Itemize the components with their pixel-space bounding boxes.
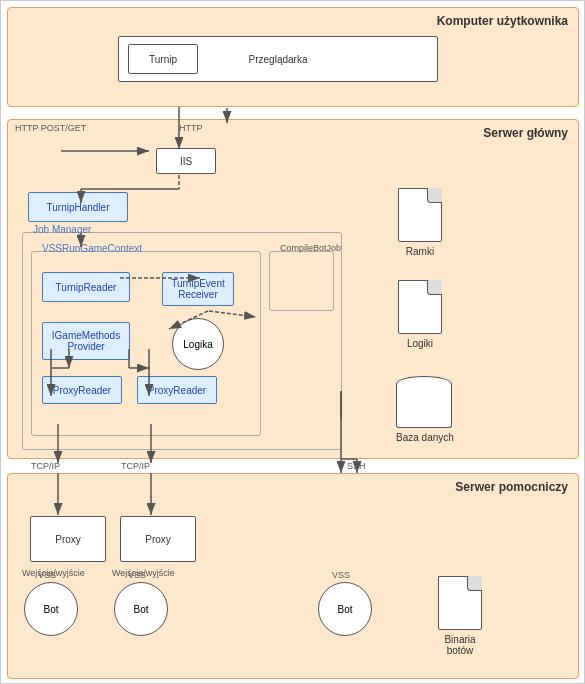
helper-server-label: Serwer pomocniczy xyxy=(455,480,568,494)
job-manager-label: Job Manager xyxy=(31,224,93,235)
diagram: Komputer użytkownika Przeglądarka Turnip… xyxy=(0,0,585,684)
turnip-handler-box: TurnipHandler xyxy=(28,192,128,222)
ramki-doc: Ramki xyxy=(398,188,442,257)
binaria-botow-label: Binaria botów xyxy=(444,634,475,656)
vss-run-game-context-label: VSSRunGameContext xyxy=(40,243,144,254)
logiki-doc-icon xyxy=(398,280,442,334)
logika-circle: Logika xyxy=(172,318,224,370)
http-label: HTTP xyxy=(179,123,203,133)
helper-server-section: Serwer pomocniczy Proxy Proxy Wejście/wy… xyxy=(7,473,579,679)
bot3-circle: Bot xyxy=(318,582,372,636)
logiki-doc: Logiki xyxy=(398,280,442,349)
igame-methods-provider-box: IGameMethods Provider xyxy=(42,322,130,360)
vss2-label: VSS xyxy=(128,570,146,580)
main-server-label: Serwer główny xyxy=(483,126,568,140)
proxy-reader2-box: ProxyReader xyxy=(137,376,217,404)
bot2-circle: Bot xyxy=(114,582,168,636)
compile-bot-job-container: CompileBotJob xyxy=(269,251,334,311)
job-manager-container: Job Manager VSSRunGameContext TurnipRead… xyxy=(22,232,342,450)
vss-run-game-context-container: VSSRunGameContext TurnipReader TurnipEve… xyxy=(31,251,261,436)
logiki-label: Logiki xyxy=(407,338,433,349)
baza-danych-label: Baza danych xyxy=(396,432,454,443)
baza-danych-wrap: Baza danych xyxy=(396,376,454,443)
compile-bot-job-label: CompileBotJob xyxy=(278,243,343,253)
vss1-label: VSS xyxy=(38,570,56,580)
vss-bot1-container: VSS Bot xyxy=(24,582,78,636)
turnip-box: Turnip xyxy=(128,44,198,74)
proxy1-box: Proxy xyxy=(30,516,106,562)
turnip-reader-box: TurnipReader xyxy=(42,272,130,302)
baza-danych-cylinder xyxy=(396,376,452,428)
main-server-section: Serwer główny IIS TurnipHandler Job Mana… xyxy=(7,119,579,459)
user-computer-section: Komputer użytkownika Przeglądarka Turnip xyxy=(7,7,579,107)
proxy2-box: Proxy xyxy=(120,516,196,562)
ramki-doc-icon xyxy=(398,188,442,242)
proxy-reader1-box: ProxyReader xyxy=(42,376,122,404)
vss-bot2-container: VSS Bot xyxy=(114,582,168,636)
iis-box: IIS xyxy=(156,148,216,174)
ssh-label: SSH xyxy=(347,461,366,471)
http-post-get-label: HTTP POST/GET xyxy=(15,123,86,133)
user-computer-label: Komputer użytkownika xyxy=(437,14,568,28)
vss-bot3-container: VSS Bot xyxy=(318,582,372,636)
bot1-circle: Bot xyxy=(24,582,78,636)
binaria-botow-doc-icon xyxy=(438,576,482,630)
ramki-label: Ramki xyxy=(406,246,434,257)
vss3-label: VSS xyxy=(332,570,350,580)
binaria-botow-doc: Binaria botów xyxy=(438,576,482,656)
tcp-ip2-label: TCP/IP xyxy=(121,461,150,471)
turnip-event-receiver-box: TurnipEvent Receiver xyxy=(162,272,234,306)
tcp-ip1-label: TCP/IP xyxy=(31,461,60,471)
